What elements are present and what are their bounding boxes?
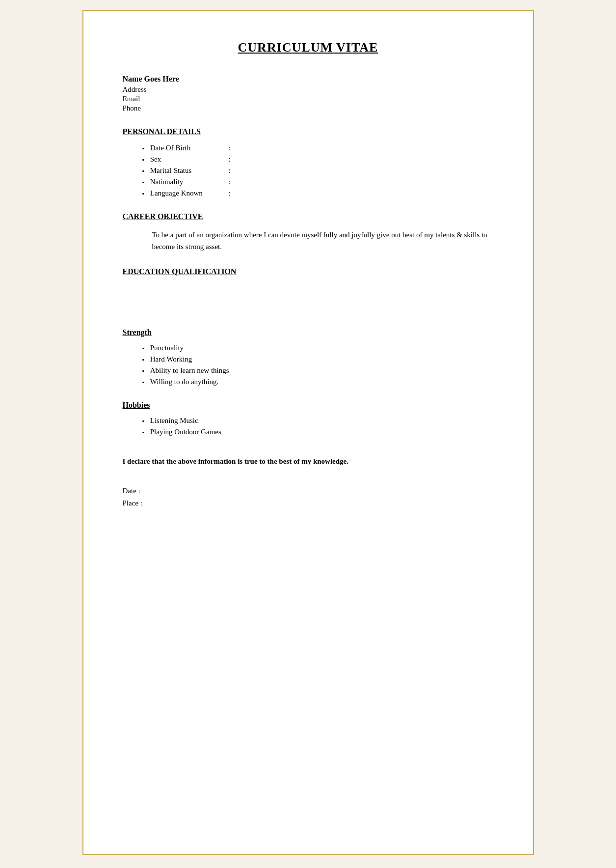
career-objective-text: To be a part of an organization where I … bbox=[123, 229, 494, 252]
hobby-item-games: Playing Outdoor Games bbox=[150, 428, 221, 436]
language-colon: : bbox=[229, 189, 231, 197]
strength-section: Strength Punctuality Hard Working Abilit… bbox=[123, 328, 494, 386]
marital-colon: : bbox=[229, 167, 231, 175]
nationality-label: Nationality bbox=[150, 178, 229, 186]
dob-label: Date Of Birth bbox=[150, 144, 229, 152]
list-item: Listening Music bbox=[142, 417, 494, 425]
cv-page: CURRICULUM VITAE Name Goes Here Address … bbox=[82, 10, 534, 855]
sex-label: Sex bbox=[150, 155, 229, 164]
strength-heading: Strength bbox=[123, 328, 494, 337]
hobby-item-music: Listening Music bbox=[150, 417, 198, 425]
career-objective-section: CAREER OBJECTIVE To be a part of an orga… bbox=[123, 212, 494, 252]
personal-details-list: Date Of Birth : Sex : Marital Status : N… bbox=[123, 144, 494, 197]
list-item: Ability to learn new things bbox=[142, 366, 494, 375]
strength-item-hardworking: Hard Working bbox=[150, 355, 192, 364]
list-item: Playing Outdoor Games bbox=[142, 428, 494, 436]
career-objective-heading: CAREER OBJECTIVE bbox=[123, 212, 494, 221]
list-item: Language Known : bbox=[142, 189, 494, 197]
candidate-name: Name Goes Here bbox=[123, 75, 494, 84]
hobbies-heading: Hobbies bbox=[123, 401, 494, 410]
education-spacer bbox=[123, 284, 494, 304]
list-item: Nationality : bbox=[142, 178, 494, 186]
list-item: Punctuality bbox=[142, 344, 494, 352]
date-line: Date : bbox=[123, 487, 494, 495]
phone-line: Phone bbox=[123, 104, 494, 112]
declaration-text: I declare that the above information is … bbox=[123, 456, 494, 467]
list-item: Marital Status : bbox=[142, 167, 494, 175]
place-line: Place : bbox=[123, 499, 494, 507]
list-item: Hard Working bbox=[142, 355, 494, 364]
date-place-section: Date : Place : bbox=[123, 487, 494, 507]
education-heading: EDUCATION QUALIFICATION bbox=[123, 267, 494, 276]
personal-details-section: PERSONAL DETAILS Date Of Birth : Sex : M… bbox=[123, 127, 494, 197]
strength-list: Punctuality Hard Working Ability to lear… bbox=[123, 344, 494, 386]
email-line: Email bbox=[123, 95, 494, 103]
list-item: Date Of Birth : bbox=[142, 144, 494, 152]
nationality-colon: : bbox=[229, 178, 231, 186]
education-section: EDUCATION QUALIFICATION bbox=[123, 267, 494, 304]
dob-colon: : bbox=[229, 144, 231, 152]
language-label: Language Known bbox=[150, 189, 229, 197]
list-item: Sex : bbox=[142, 155, 494, 164]
hobbies-section: Hobbies Listening Music Playing Outdoor … bbox=[123, 401, 494, 436]
strength-item-ability: Ability to learn new things bbox=[150, 366, 229, 375]
sex-colon: : bbox=[229, 155, 231, 164]
hobbies-list: Listening Music Playing Outdoor Games bbox=[123, 417, 494, 436]
page-title: CURRICULUM VITAE bbox=[123, 40, 494, 55]
address-line: Address bbox=[123, 85, 494, 94]
strength-item-willing: Willing to do anything. bbox=[150, 378, 218, 386]
strength-item-punctuality: Punctuality bbox=[150, 344, 184, 352]
personal-details-heading: PERSONAL DETAILS bbox=[123, 127, 494, 136]
list-item: Willing to do anything. bbox=[142, 378, 494, 386]
marital-status-label: Marital Status bbox=[150, 167, 229, 175]
name-section: Name Goes Here Address Email Phone bbox=[123, 75, 494, 112]
